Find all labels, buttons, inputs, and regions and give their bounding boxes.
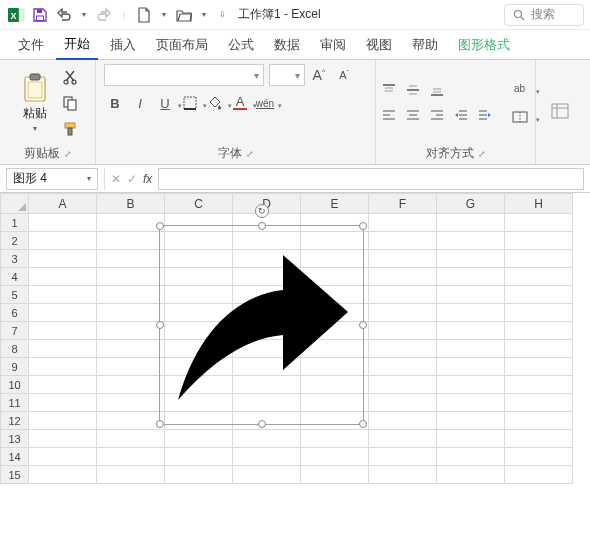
col-header[interactable]: F [369,194,437,214]
row-header[interactable]: 11 [1,394,29,412]
formula-input[interactable] [158,168,584,190]
decrease-indent-icon[interactable] [450,104,472,126]
row-header[interactable]: 8 [1,340,29,358]
row-header[interactable]: 2 [1,232,29,250]
svg-rect-4 [37,16,44,21]
svg-point-5 [515,10,522,17]
tab-home[interactable]: 开始 [56,29,98,60]
font-group-label: 字体 [218,145,242,162]
tab-help[interactable]: 帮助 [404,30,446,59]
align-center-icon[interactable] [402,104,424,126]
qat-sep: | [118,5,130,25]
save-icon[interactable] [30,5,50,25]
italic-button[interactable]: I [129,92,151,114]
paste-button[interactable]: 粘贴 ▾ [15,73,55,133]
resize-handle[interactable] [359,222,367,230]
col-header[interactable]: C [165,194,233,214]
col-header[interactable]: A [29,194,97,214]
open-folder-icon[interactable] [174,5,194,25]
decrease-font-icon[interactable]: Aˇ [333,64,355,86]
new-file-dropdown[interactable]: ▾ [158,5,170,25]
shape-selection[interactable]: ↻ [159,225,364,425]
border-button[interactable]: ▾ [179,92,201,114]
undo-dropdown[interactable]: ▾ [78,5,90,25]
tab-formulas[interactable]: 公式 [220,30,262,59]
qat-customize-dropdown[interactable]: ⇩ [214,5,230,25]
resize-handle[interactable] [156,222,164,230]
resize-handle[interactable] [258,222,266,230]
phonetic-button[interactable]: wén▾ [254,92,276,114]
redo-icon[interactable] [94,5,114,25]
row-header[interactable]: 15 [1,466,29,484]
tab-insert[interactable]: 插入 [102,30,144,59]
enter-formula-icon[interactable]: ✓ [127,172,137,186]
align-left-icon[interactable] [378,104,400,126]
resize-handle[interactable] [156,420,164,428]
tab-review[interactable]: 审阅 [312,30,354,59]
align-bottom-icon[interactable] [426,79,448,101]
undo-icon[interactable] [54,5,74,25]
resize-handle[interactable] [359,321,367,329]
name-box-dropdown-icon[interactable]: ▾ [87,174,91,183]
align-right-icon[interactable] [426,104,448,126]
resize-handle[interactable] [156,321,164,329]
align-middle-icon[interactable] [402,79,424,101]
col-header[interactable]: H [505,194,573,214]
font-color-button[interactable]: A▾ [229,92,251,114]
row-header[interactable]: 12 [1,412,29,430]
underline-button[interactable]: U▾ [154,92,176,114]
clipboard-icon [22,73,48,103]
resize-handle[interactable] [258,420,266,428]
tab-layout[interactable]: 页面布局 [148,30,216,59]
fx-icon[interactable]: fx [143,172,152,186]
increase-indent-icon[interactable] [474,104,496,126]
number-format-icon[interactable] [545,100,575,122]
search-icon [513,9,525,21]
copy-icon[interactable] [59,92,81,114]
font-name-combo[interactable]: ▾ [104,64,264,86]
row-header[interactable]: 4 [1,268,29,286]
row-header[interactable]: 6 [1,304,29,322]
excel-icon: X [6,5,26,25]
align-top-icon[interactable] [378,79,400,101]
paste-dropdown-icon[interactable]: ▾ [33,124,37,133]
tab-shape-format[interactable]: 图形格式 [450,30,518,59]
tab-data[interactable]: 数据 [266,30,308,59]
cut-icon[interactable] [59,66,81,88]
paste-label: 粘贴 [23,105,47,122]
svg-line-6 [521,17,524,20]
col-header[interactable]: E [301,194,369,214]
merge-center-icon[interactable]: ▾ [506,106,534,128]
rotate-handle-icon[interactable]: ↻ [255,204,269,218]
row-header[interactable]: 7 [1,322,29,340]
open-folder-dropdown[interactable]: ▾ [198,5,210,25]
tab-view[interactable]: 视图 [358,30,400,59]
curved-arrow-shape[interactable] [168,240,352,410]
tab-file[interactable]: 文件 [10,30,52,59]
col-header[interactable]: G [437,194,505,214]
cancel-formula-icon[interactable]: ✕ [111,172,121,186]
font-dialog-icon[interactable]: ⤢ [246,149,254,159]
font-size-combo[interactable]: ▾ [269,64,305,86]
increase-font-icon[interactable]: A^ [308,64,330,86]
fill-color-button[interactable]: ▾ [204,92,226,114]
wrap-text-icon[interactable]: ab▾ [506,78,534,100]
row-header[interactable]: 5 [1,286,29,304]
svg-point-11 [72,80,76,84]
clipboard-dialog-icon[interactable]: ⤢ [64,149,72,159]
row-header[interactable]: 9 [1,358,29,376]
select-all-corner[interactable] [1,194,29,214]
format-painter-icon[interactable] [59,118,81,140]
bold-button[interactable]: B [104,92,126,114]
row-header[interactable]: 3 [1,250,29,268]
row-header[interactable]: 1 [1,214,29,232]
row-header[interactable]: 13 [1,430,29,448]
align-dialog-icon[interactable]: ⤢ [478,149,486,159]
search-input[interactable]: 搜索 [504,4,584,26]
row-header[interactable]: 10 [1,376,29,394]
col-header[interactable]: B [97,194,165,214]
name-box[interactable]: 图形 4 ▾ [6,168,98,190]
new-file-icon[interactable] [134,5,154,25]
resize-handle[interactable] [359,420,367,428]
row-header[interactable]: 14 [1,448,29,466]
